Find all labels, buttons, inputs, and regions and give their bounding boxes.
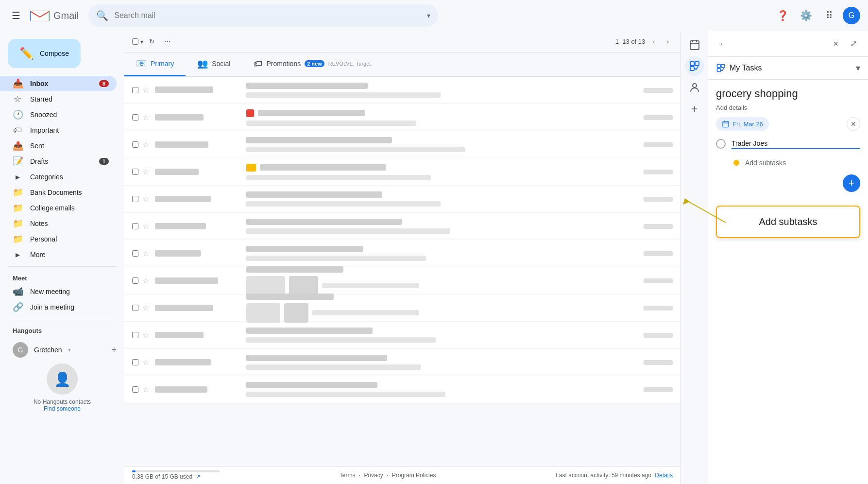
starred-icon: ☆: [13, 94, 22, 104]
back-button[interactable]: ←: [714, 35, 732, 52]
sidebar-item-important[interactable]: 🏷 Important: [0, 122, 117, 138]
sidebar-item-drafts[interactable]: 📝 Drafts 1: [0, 154, 117, 169]
email-checkbox[interactable]: [132, 169, 138, 175]
rail-add-icon[interactable]: +: [685, 99, 704, 119]
select-all-checkbox[interactable]: [132, 38, 138, 45]
sent-icon: 📤: [13, 140, 22, 151]
star-icon[interactable]: ☆: [142, 140, 149, 149]
sidebar-item-personal[interactable]: 📁 Personal: [0, 231, 117, 247]
email-checkbox[interactable]: [132, 332, 138, 338]
rail-contacts-icon[interactable]: [685, 78, 704, 97]
sidebar-item-snoozed[interactable]: 🕐 Snoozed: [0, 107, 117, 122]
email-checkbox[interactable]: [132, 359, 138, 365]
sidebar-item-sent[interactable]: 📤 Sent: [0, 138, 117, 154]
snippet-block: [246, 191, 640, 207]
sidebar-item-categories[interactable]: ▸ Categories: [0, 169, 117, 185]
prev-page-button[interactable]: ‹: [649, 35, 659, 48]
sidebar-item-new-meeting[interactable]: 📹 New meeting: [0, 284, 117, 299]
more-options-button[interactable]: ⋯: [160, 35, 174, 48]
find-someone-link[interactable]: Find someone: [12, 405, 113, 412]
sidebar-item-notes[interactable]: 📁 Notes: [0, 216, 117, 231]
rail-calendar-icon[interactable]: [685, 35, 704, 54]
sidebar-item-starred[interactable]: ☆ Starred: [0, 91, 117, 107]
storage-link[interactable]: ↗: [196, 473, 201, 480]
menu-icon[interactable]: ☰: [8, 6, 24, 25]
add-task-button[interactable]: +: [843, 174, 860, 192]
star-icon[interactable]: ☆: [142, 86, 149, 95]
task-item-input[interactable]: [732, 138, 860, 149]
star-icon[interactable]: ☆: [142, 303, 149, 312]
tab-promotions[interactable]: 🏷 Promotions 2 new REVOLVE, Target: [242, 52, 382, 76]
compose-button[interactable]: ✏️ Compose: [8, 39, 81, 68]
remove-date-button[interactable]: ✕: [847, 117, 860, 131]
star-icon[interactable]: ☆: [142, 276, 149, 285]
apps-button[interactable]: ⠿: [819, 6, 839, 25]
select-all-chevron[interactable]: ▾: [140, 38, 143, 45]
add-subtasks-button[interactable]: Add subtasks: [745, 159, 786, 167]
my-tasks-chevron[interactable]: ▾: [856, 63, 860, 73]
sidebar-item-more[interactable]: ▸ More: [0, 247, 117, 262]
drafts-icon: 📝: [13, 156, 22, 167]
settings-button[interactable]: ⚙️: [796, 6, 816, 25]
email-checkbox[interactable]: [132, 305, 138, 311]
star-icon[interactable]: ☆: [142, 113, 149, 122]
topbar: ☰ Gmail 🔍 ▾ ❓ ⚙️ ⠿ G: [0, 0, 868, 31]
avatar[interactable]: G: [843, 7, 860, 24]
sidebar-item-inbox[interactable]: 📥 Inbox 8: [0, 76, 117, 91]
star-icon[interactable]: ☆: [142, 330, 149, 340]
email-row[interactable]: ☆: [124, 158, 681, 186]
add-hangout-icon[interactable]: +: [111, 345, 117, 355]
email-checkbox[interactable]: [132, 223, 138, 229]
email-row[interactable]: ☆: [124, 186, 681, 213]
snippet-block: [246, 355, 640, 370]
task-item-checkbox[interactable]: [716, 139, 726, 149]
program-policies-link[interactable]: Program Policies: [392, 472, 436, 479]
email-row[interactable]: ☆: [124, 349, 681, 376]
rail-tasks-icon[interactable]: [685, 56, 704, 76]
terms-link[interactable]: Terms: [340, 472, 356, 479]
tab-primary[interactable]: 📧 Primary: [124, 52, 186, 76]
email-row[interactable]: ☆: [124, 294, 681, 322]
email-checkbox[interactable]: [132, 141, 138, 148]
sidebar-item-join-meeting[interactable]: 🔗 Join a meeting: [0, 299, 117, 315]
star-icon[interactable]: ☆: [142, 222, 149, 231]
email-checkbox[interactable]: [132, 87, 138, 93]
star-icon[interactable]: ☆: [142, 358, 149, 367]
email-checkbox[interactable]: [132, 114, 138, 121]
email-row[interactable]: ☆: [124, 213, 681, 240]
email-row[interactable]: ☆: [124, 131, 681, 158]
star-icon[interactable]: ☆: [142, 385, 149, 394]
date-chip[interactable]: Fri, Mar 26: [716, 117, 769, 131]
star-icon[interactable]: ☆: [142, 167, 149, 176]
email-checkbox[interactable]: [132, 277, 138, 284]
task-panel-topbar: ← ✕ ⤢: [708, 31, 868, 57]
email-checkbox[interactable]: [132, 386, 138, 393]
storage-info: 0.38 GB of 15 GB used ↗: [132, 470, 220, 480]
email-row[interactable]: ☆: [124, 104, 681, 131]
email-row[interactable]: ☆: [124, 267, 681, 294]
help-button[interactable]: ❓: [773, 6, 792, 25]
star-icon[interactable]: ☆: [142, 249, 149, 258]
privacy-link[interactable]: Privacy: [364, 472, 383, 479]
next-page-button[interactable]: ›: [663, 35, 673, 48]
search-bar[interactable]: 🔍 ▾: [88, 4, 438, 27]
details-link[interactable]: Details: [655, 472, 673, 479]
email-row[interactable]: ☆: [124, 322, 681, 349]
sidebar-item-college-emails[interactable]: 📁 College emails: [0, 200, 117, 216]
email-row[interactable]: ☆: [124, 376, 681, 403]
email-row[interactable]: ☆: [124, 77, 681, 104]
close-panel-button[interactable]: ✕: [827, 35, 845, 52]
tab-social[interactable]: 👥 Social: [186, 52, 242, 76]
refresh-button[interactable]: ↻: [145, 35, 158, 48]
search-filter-icon[interactable]: ▾: [427, 12, 430, 19]
email-row[interactable]: ☆: [124, 240, 681, 267]
email-checkbox[interactable]: [132, 250, 138, 257]
star-icon[interactable]: ☆: [142, 194, 149, 204]
search-input[interactable]: [114, 11, 421, 20]
sidebar-item-bank-documents[interactable]: 📁 Bank Documents: [0, 185, 117, 200]
add-details-button[interactable]: Add details: [716, 104, 860, 111]
hangouts-expand-icon: ▾: [68, 346, 71, 353]
hangouts-user[interactable]: G Gretchen ▾ +: [8, 340, 117, 360]
popout-button[interactable]: ⤢: [845, 35, 862, 52]
email-checkbox[interactable]: [132, 196, 138, 202]
